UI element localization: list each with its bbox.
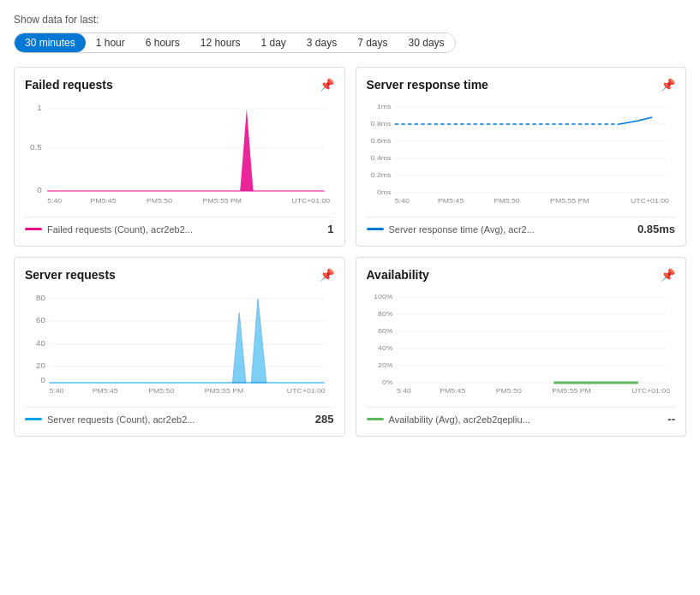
server-response-title: Server response time	[367, 78, 488, 92]
svg-marker-42	[233, 312, 246, 383]
failed-requests-value: 1	[327, 223, 333, 235]
svg-text:0%: 0%	[381, 378, 392, 386]
svg-text:PM5:55 PM: PM5:55 PM	[203, 196, 242, 205]
failed-requests-card: Failed requests 📌 1 0.5 0 5:40 PM5:45	[14, 67, 345, 247]
server-requests-pin[interactable]: 📌	[320, 268, 334, 282]
availability-title: Availability	[367, 268, 429, 282]
server-response-chart: 1ms 0.8ms 0.6ms 0.4ms 0.2ms 0ms 5:40	[367, 98, 676, 210]
server-requests-value: 285	[315, 413, 334, 425]
server-response-pin[interactable]: 📌	[661, 78, 675, 92]
svg-text:1: 1	[37, 103, 41, 112]
failed-requests-title: Failed requests	[25, 78, 113, 92]
svg-text:0: 0	[37, 185, 41, 194]
svg-text:0.8ms: 0.8ms	[370, 119, 391, 128]
server-requests-title: Server requests	[25, 268, 116, 282]
server-requests-chart: 80 60 40 20 0 5:40 PM5:45	[25, 289, 334, 400]
filter-30days[interactable]: 30 days	[398, 33, 455, 52]
filter-12hours[interactable]: 12 hours	[190, 33, 251, 52]
svg-text:PM5:45: PM5:45	[438, 196, 464, 205]
svg-text:40%: 40%	[378, 343, 393, 352]
server-requests-card: Server requests 📌 80 60 40 20 0	[14, 257, 345, 437]
svg-text:PM5:50: PM5:50	[148, 386, 174, 395]
svg-text:0.4ms: 0.4ms	[370, 153, 391, 162]
svg-text:0: 0	[41, 375, 45, 384]
svg-text:UTC+01:00: UTC+01:00	[631, 386, 670, 395]
filter-1day[interactable]: 1 day	[250, 33, 296, 52]
svg-text:PM5:50: PM5:50	[494, 196, 519, 205]
svg-text:20%: 20%	[378, 360, 393, 369]
availability-pin[interactable]: 📌	[661, 268, 675, 282]
svg-text:40: 40	[36, 338, 45, 348]
filter-1hour[interactable]: 1 hour	[86, 33, 135, 52]
svg-text:PM5:45: PM5:45	[93, 386, 118, 395]
svg-text:5:40: 5:40	[396, 386, 410, 395]
svg-text:PM5:45: PM5:45	[90, 196, 116, 205]
svg-text:5:40: 5:40	[394, 196, 409, 205]
svg-text:PM5:45: PM5:45	[440, 386, 465, 395]
svg-text:60%: 60%	[378, 326, 393, 335]
svg-marker-43	[251, 299, 266, 383]
svg-text:5:40: 5:40	[47, 196, 62, 205]
svg-text:0.6ms: 0.6ms	[370, 136, 391, 145]
svg-text:0.5: 0.5	[30, 142, 42, 152]
server-response-value: 0.85ms	[637, 223, 675, 235]
svg-text:PM5:55 PM: PM5:55 PM	[552, 386, 591, 395]
svg-text:UTC+01:00: UTC+01:00	[631, 196, 669, 205]
svg-text:PM5:55 PM: PM5:55 PM	[205, 386, 244, 395]
svg-text:UTC+01:00: UTC+01:00	[287, 386, 326, 395]
svg-marker-7	[240, 109, 253, 191]
failed-requests-pin[interactable]: 📌	[320, 78, 334, 92]
server-requests-legend: Server requests (Count), acr2eb2...	[25, 414, 194, 425]
server-response-legend: Server response time (Avg), acr2...	[367, 224, 535, 235]
filter-30min[interactable]: 30 minutes	[15, 33, 86, 52]
svg-text:PM5:50: PM5:50	[147, 196, 172, 205]
availability-chart: 100% 80% 60% 40% 20% 0% 5:40 PM5:45 PM5:…	[367, 289, 676, 400]
svg-text:PM5:50: PM5:50	[495, 386, 521, 395]
filter-3days[interactable]: 3 days	[296, 33, 347, 52]
svg-text:0ms: 0ms	[376, 187, 390, 196]
availability-legend: Availability (Avg), acr2eb2qepliu...	[367, 414, 530, 425]
charts-grid: Failed requests 📌 1 0.5 0 5:40 PM5:45	[14, 67, 686, 437]
svg-text:60: 60	[36, 315, 45, 324]
svg-text:PM5:55 PM: PM5:55 PM	[550, 196, 589, 205]
filter-6hours[interactable]: 6 hours	[135, 33, 190, 52]
time-filter-bar: 30 minutes 1 hour 6 hours 12 hours 1 day…	[14, 33, 456, 53]
svg-text:20: 20	[36, 360, 45, 370]
failed-requests-legend: Failed requests (Count), acr2eb2...	[25, 224, 193, 235]
failed-requests-chart: 1 0.5 0 5:40 PM5:45 PM5:50 PM5:55 PM UTC…	[25, 98, 334, 210]
availability-card: Availability 📌 100% 80% 60% 40% 20% 0%	[356, 257, 687, 437]
svg-text:80%: 80%	[378, 309, 393, 318]
filter-7days[interactable]: 7 days	[347, 33, 398, 52]
svg-text:1ms: 1ms	[376, 102, 390, 110]
svg-text:0.2ms: 0.2ms	[370, 170, 391, 179]
availability-value: --	[667, 413, 675, 425]
svg-text:5:40: 5:40	[49, 386, 63, 395]
server-response-card: Server response time 📌 1ms 0.8ms 0.6ms 0…	[356, 67, 687, 247]
show-data-label: Show data for last:	[14, 14, 686, 26]
svg-text:UTC+01:00: UTC+01:00	[291, 196, 330, 205]
svg-text:80: 80	[36, 293, 45, 302]
svg-text:100%: 100%	[374, 292, 393, 300]
